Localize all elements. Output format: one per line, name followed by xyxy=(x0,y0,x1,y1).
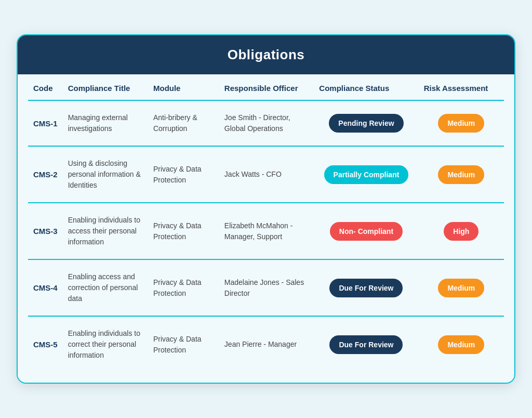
status-badge: Due For Review xyxy=(329,335,403,354)
cell-status: Due For Review xyxy=(314,316,418,372)
status-badge: Due For Review xyxy=(329,279,403,297)
col-header-officer: Responsible Officer xyxy=(219,74,314,100)
col-header-risk: Risk Assessment xyxy=(419,74,504,100)
card-header: Obligations xyxy=(18,35,514,74)
header-row: Code Compliance Title Module Responsible… xyxy=(28,74,504,100)
cell-code: CMS-4 xyxy=(28,259,63,316)
status-badge: Partially Compliant xyxy=(324,165,409,184)
cell-officer: Elizabeth McMahon - Manager, Support xyxy=(219,203,314,259)
cell-status: Partially Compliant xyxy=(314,146,418,203)
cell-risk: Medium xyxy=(419,259,504,316)
table-header: Code Compliance Title Module Responsible… xyxy=(28,74,504,100)
cell-officer: Madelaine Jones - Sales Director xyxy=(219,259,314,316)
risk-badge: Medium xyxy=(438,114,484,133)
cell-compliance-title: Enabling individuals to correct their pe… xyxy=(63,316,148,372)
cell-code: CMS-3 xyxy=(28,203,63,259)
cell-code: CMS-2 xyxy=(28,146,63,203)
cell-code: CMS-1 xyxy=(28,100,63,146)
col-header-module: Module xyxy=(148,74,219,100)
table-wrapper: Code Compliance Title Module Responsible… xyxy=(18,74,514,383)
cell-officer: Jean Pierre - Manager xyxy=(219,316,314,372)
risk-badge: Medium xyxy=(438,335,484,354)
table-row: CMS-1Managing external investigationsAnt… xyxy=(28,100,504,146)
risk-badge: Medium xyxy=(438,279,484,297)
cell-module: Privacy & Data Protection xyxy=(148,146,219,203)
cell-compliance-title: Enabling access and correction of person… xyxy=(63,259,148,316)
cell-compliance-title: Enabling individuals to access their per… xyxy=(63,203,148,259)
cell-compliance-title: Using & disclosing personal information … xyxy=(63,146,148,203)
cell-status: Pending Review xyxy=(314,100,418,146)
cell-risk: Medium xyxy=(419,146,504,203)
cell-status: Due For Review xyxy=(314,259,418,316)
cell-module: Privacy & Data Protection xyxy=(148,316,219,372)
cell-risk: Medium xyxy=(419,100,504,146)
cell-compliance-title: Managing external investigations xyxy=(63,100,148,146)
col-header-code: Code xyxy=(28,74,63,100)
page-title: Obligations xyxy=(33,47,499,63)
obligations-card: Obligations Code Compliance Title Module… xyxy=(17,34,515,384)
status-badge: Pending Review xyxy=(329,114,403,133)
table-row: CMS-2Using & disclosing personal informa… xyxy=(28,146,504,203)
cell-risk: High xyxy=(419,203,504,259)
cell-code: CMS-5 xyxy=(28,316,63,372)
risk-badge: Medium xyxy=(438,165,484,184)
table-row: CMS-3Enabling individuals to access thei… xyxy=(28,203,504,259)
table-row: CMS-5Enabling individuals to correct the… xyxy=(28,316,504,372)
cell-status: Non- Compliant xyxy=(314,203,418,259)
table-row: CMS-4Enabling access and correction of p… xyxy=(28,259,504,316)
cell-risk: Medium xyxy=(419,316,504,372)
col-header-status: Compliance Status xyxy=(314,74,418,100)
obligations-table: Code Compliance Title Module Responsible… xyxy=(28,74,504,372)
cell-officer: Jack Watts - CFO xyxy=(219,146,314,203)
table-body: CMS-1Managing external investigationsAnt… xyxy=(28,100,504,372)
cell-module: Privacy & Data Protection xyxy=(148,259,219,316)
risk-badge: High xyxy=(444,222,478,241)
cell-module: Anti-bribery & Corruption xyxy=(148,100,219,146)
status-badge: Non- Compliant xyxy=(330,222,403,241)
cell-officer: Joe Smith - Director, Global Operations xyxy=(219,100,314,146)
cell-module: Privacy & Data Protection xyxy=(148,203,219,259)
col-header-title: Compliance Title xyxy=(63,74,148,100)
